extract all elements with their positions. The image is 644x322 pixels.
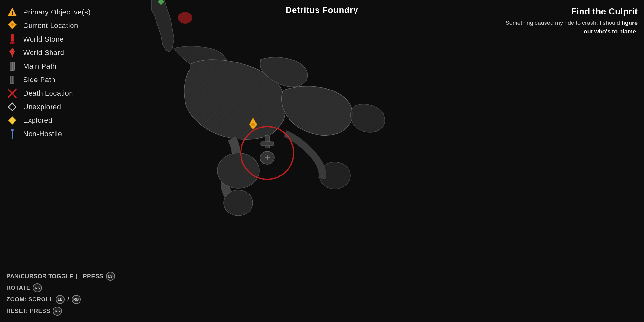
world-shard-icon [6,47,18,59]
control-pan-cursor: PAN/CURSOR TOGGLE | : PRESS LS [6,272,115,281]
objective-panel: Find the Culprit Something caused my rid… [502,6,638,36]
legend-label-non-hostile: Non-Hostile [23,130,62,138]
control-pan-cursor-badge: LS [106,272,115,281]
control-reset-label: RESET: PRESS [6,308,50,315]
control-zoom-rb-badge: RB [72,295,81,304]
control-reset: RESET: PRESS RS [6,307,115,316]
legend-item-side-path: Side Path [6,74,90,86]
legend-label-current-location: Current Location [23,22,78,30]
control-rotate: ROTATE RS [6,283,115,292]
svg-point-13 [251,123,255,126]
control-zoom-lb-badge: LB [56,295,65,304]
control-zoom: ZOOM: SCROLL LB / RB [6,295,115,304]
objective-title: Find the Culprit [502,6,638,17]
side-path-icon [6,74,18,86]
control-rotate-badge: RS [33,283,42,292]
controls-panel: PAN/CURSOR TOGGLE | : PRESS LS ROTATE RS… [6,272,115,316]
legend-item-world-shard: World Shard [6,47,90,59]
warning-icon: ! [6,6,18,18]
legend-label-death-location: Death Location [23,89,73,98]
svg-marker-35 [8,103,16,111]
legend-item-main-path: Main Path [6,61,90,72]
legend-item-primary-objective: ! Primary Objective(s) [6,6,90,18]
svg-point-9 [224,190,253,216]
svg-text:!: ! [11,11,13,16]
legend-label-explored: Explored [23,116,52,125]
svg-rect-32 [13,76,14,83]
legend-label-world-stone: World Stone [23,35,64,43]
map-title: Detritus Foundry [286,5,358,15]
svg-rect-31 [11,76,12,83]
control-pan-cursor-label: PAN/CURSOR TOGGLE | : PRESS [6,273,103,280]
world-stone-icon [6,33,18,45]
legend-label-primary-objective: Primary Objective(s) [23,8,90,16]
control-zoom-label: ZOOM: SCROLL [6,296,53,303]
legend-item-explored: Explored [6,115,90,126]
svg-rect-16 [261,142,274,146]
explored-icon [6,115,18,126]
non-hostile-icon [6,128,18,140]
legend-label-unexplored: Unexplored [23,103,61,111]
legend-item-non-hostile: Non-Hostile [6,128,90,140]
death-location-icon [6,88,18,99]
legend-label-world-shard: World Shard [23,49,64,57]
control-rotate-label: ROTATE [6,285,30,291]
svg-marker-26 [9,48,15,58]
svg-point-23 [11,23,14,26]
svg-point-4 [178,12,192,24]
legend-item-current-location: Current Location [6,20,90,32]
objective-description: Something caused my ride to crash. I sho… [502,19,638,36]
legend-item-unexplored: Unexplored [6,101,90,113]
svg-point-7 [217,153,259,188]
map-container: ! Primary Objective(s) Current Location [0,0,644,322]
svg-marker-39 [11,138,14,139]
legend-item-death-location: Death Location [6,88,90,99]
control-reset-badge: RS [53,307,62,316]
legend-item-world-stone: World Stone [6,33,90,45]
svg-point-25 [10,41,15,44]
svg-rect-29 [13,62,14,70]
main-path-icon [6,61,18,72]
svg-rect-28 [10,62,12,70]
svg-rect-37 [12,131,13,138]
objective-desc-end: . [636,28,638,35]
objective-desc-plain: Something caused my ride to crash. I sho… [506,20,621,26]
legend-label-side-path: Side Path [23,76,55,84]
unexplored-icon [6,101,18,113]
legend-panel: ! Primary Objective(s) Current Location [6,6,90,140]
svg-point-38 [11,129,14,131]
svg-marker-36 [8,117,16,124]
legend-label-main-path: Main Path [23,62,57,71]
current-location-icon [6,20,18,32]
svg-rect-24 [11,34,14,41]
control-zoom-slash: / [67,296,69,303]
